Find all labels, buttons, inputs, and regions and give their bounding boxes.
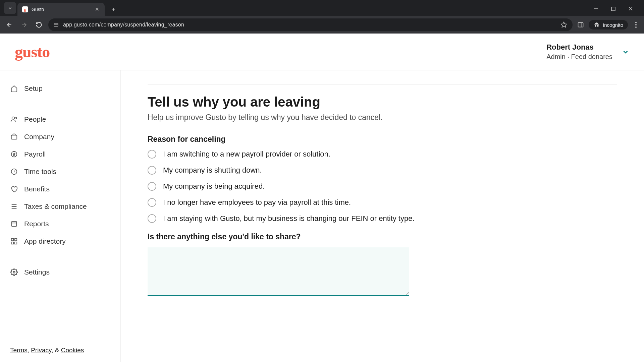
sidebar-item-label: Payroll	[24, 150, 46, 158]
radio-input[interactable]	[148, 198, 156, 207]
list-icon	[10, 202, 18, 210]
tab-title: Gusto	[32, 7, 91, 12]
sidebar-item-benefits[interactable]: Benefits	[0, 180, 120, 198]
svg-rect-7	[578, 22, 583, 27]
sidebar-item-label: Benefits	[24, 185, 50, 193]
svg-point-10	[15, 117, 17, 119]
browser-menu-button[interactable]	[632, 22, 640, 28]
sidebar-item-label: People	[24, 115, 46, 123]
terms-link[interactable]: Terms	[10, 347, 28, 354]
sidebar-item-taxes[interactable]: Taxes & compliance	[0, 198, 120, 215]
sidebar-item-payroll[interactable]: Payroll	[0, 145, 120, 163]
reason-option-switching[interactable]: I am switching to a new payroll provider…	[148, 150, 617, 159]
gusto-logo[interactable]: gusto	[15, 43, 50, 61]
maximize-button[interactable]	[609, 5, 617, 13]
radio-input[interactable]	[148, 166, 156, 175]
close-tab-button[interactable]: ✕	[94, 6, 100, 12]
url-text: app.gusto.com/company/suspend/leaving_re…	[63, 22, 184, 28]
sidebar-item-label: Company	[24, 133, 54, 141]
reload-button[interactable]	[34, 19, 44, 30]
svg-rect-19	[11, 239, 13, 241]
sidebar-item-label: Taxes & compliance	[24, 202, 87, 210]
reason-field-label: Reason for canceling	[148, 135, 617, 144]
incognito-indicator[interactable]: Incognito	[589, 20, 628, 29]
svg-point-23	[13, 271, 15, 273]
close-window-button[interactable]	[627, 5, 635, 13]
account-switcher[interactable]: Robert Jonas Admin · Feed donares	[534, 34, 629, 70]
radio-label: My company is being acquired.	[163, 182, 265, 191]
gear-icon	[10, 268, 18, 276]
sidebar-item-settings[interactable]: Settings	[0, 263, 120, 281]
browser-tab[interactable]: g Gusto ✕	[17, 3, 105, 16]
reports-icon	[10, 220, 18, 228]
radio-label: I am staying with Gusto, but my business…	[163, 214, 415, 223]
card-divider	[148, 84, 617, 84]
dollar-icon	[10, 150, 18, 158]
radio-input[interactable]	[148, 150, 156, 159]
footer-links: Terms, Privacy, & Cookies	[0, 341, 120, 362]
bookmark-icon[interactable]	[560, 21, 568, 29]
sidebar-item-label: Time tools	[24, 168, 56, 176]
browser-toolbar: app.gusto.com/company/suspend/leaving_re…	[0, 16, 644, 34]
account-role-company: Admin · Feed donares	[546, 53, 612, 61]
people-icon	[10, 115, 18, 123]
svg-rect-21	[11, 242, 13, 244]
svg-rect-17	[12, 222, 17, 227]
reason-option-fein-change[interactable]: I am staying with Gusto, but my business…	[148, 214, 617, 223]
sidebar-item-label: App directory	[24, 237, 66, 245]
radio-input[interactable]	[148, 182, 156, 191]
content-scroll[interactable]: Tell us why you are leaving Help us impr…	[121, 70, 644, 362]
sidebar-item-label: Setup	[24, 84, 43, 93]
svg-marker-6	[561, 22, 567, 27]
heart-icon	[10, 185, 18, 193]
browser-chrome: g Gusto ✕ + app.gusto.com/company/suspen…	[0, 0, 644, 34]
svg-rect-4	[54, 23, 58, 26]
sidebar-item-reports[interactable]: Reports	[0, 215, 120, 233]
svg-rect-20	[15, 239, 17, 241]
tab-strip: g Gusto ✕ +	[0, 0, 644, 16]
sidebar-item-app-directory[interactable]: App directory	[0, 233, 120, 250]
page-title: Tell us why you are leaving	[148, 95, 617, 110]
incognito-icon	[593, 21, 600, 28]
address-bar[interactable]: app.gusto.com/company/suspend/leaving_re…	[48, 18, 573, 31]
window-controls	[592, 5, 641, 16]
clock-icon	[10, 168, 18, 176]
radio-label: I no longer have employees to pay via pa…	[163, 198, 351, 207]
radio-label: My company is shutting down.	[163, 166, 262, 175]
page-subtitle: Help us improve Gusto by telling us why …	[148, 113, 617, 122]
share-field-label: Is there anything else you'd like to sha…	[148, 232, 617, 241]
svg-rect-1	[611, 7, 615, 11]
cookies-link[interactable]: Cookies	[61, 347, 84, 354]
sidebar-item-time-tools[interactable]: Time tools	[0, 163, 120, 180]
chevron-down-icon	[622, 48, 629, 56]
app-header: gusto Robert Jonas Admin · Feed donares	[0, 34, 644, 70]
site-info-icon[interactable]	[53, 22, 59, 28]
share-textarea[interactable]	[148, 247, 409, 296]
new-tab-button[interactable]: +	[108, 4, 119, 15]
sidebar-nav[interactable]: Setup People Company Payroll Time tools	[0, 70, 120, 339]
svg-point-9	[12, 117, 14, 119]
side-panel-icon[interactable]	[577, 21, 585, 29]
reason-option-shutting-down[interactable]: My company is shutting down.	[148, 166, 617, 175]
reason-option-no-employees[interactable]: I no longer have employees to pay via pa…	[148, 198, 617, 207]
account-user-name: Robert Jonas	[546, 43, 612, 52]
radio-input[interactable]	[148, 214, 156, 223]
sidebar: Setup People Company Payroll Time tools	[0, 70, 121, 362]
svg-rect-22	[15, 242, 17, 244]
tab-search-button[interactable]	[4, 2, 16, 14]
home-icon	[10, 84, 18, 93]
privacy-link[interactable]: Privacy	[31, 347, 51, 354]
svg-rect-11	[11, 135, 17, 139]
forward-button[interactable]	[19, 19, 30, 30]
sidebar-item-company[interactable]: Company	[0, 128, 120, 145]
favicon-icon: g	[22, 6, 28, 12]
radio-label: I am switching to a new payroll provider…	[163, 150, 330, 159]
reason-option-acquired[interactable]: My company is being acquired.	[148, 182, 617, 191]
sidebar-item-people[interactable]: People	[0, 111, 120, 128]
main-content: Tell us why you are leaving Help us impr…	[121, 70, 644, 362]
back-button[interactable]	[4, 19, 15, 30]
briefcase-icon	[10, 133, 18, 141]
sidebar-item-setup[interactable]: Setup	[0, 80, 120, 97]
minimize-button[interactable]	[592, 5, 600, 13]
incognito-label: Incognito	[603, 22, 623, 28]
